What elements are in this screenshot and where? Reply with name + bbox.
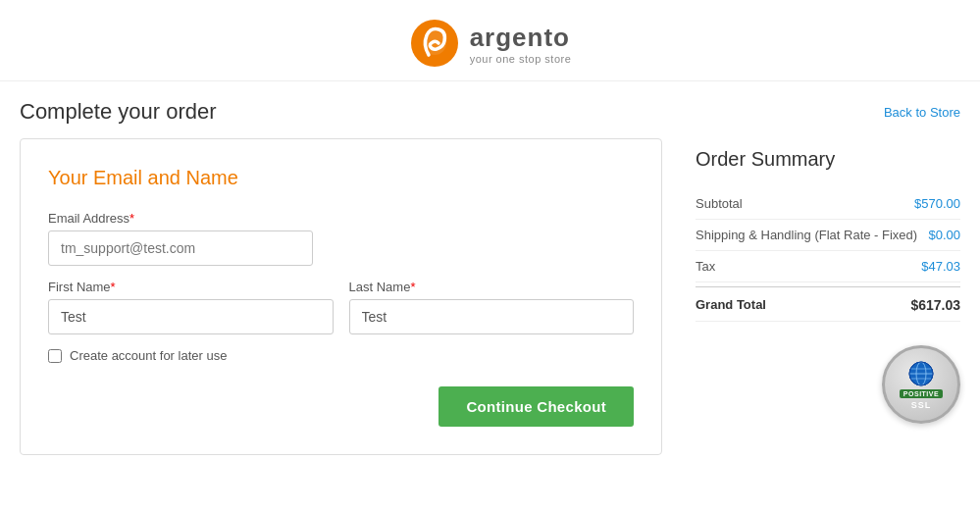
first-name-input[interactable] [48,299,334,334]
ssl-badge: POSITIVE SSL [882,345,960,424]
email-group: Email Address* [48,211,313,266]
summary-tax-row: Tax $47.03 [696,251,960,282]
order-summary-title: Order Summary [696,148,960,171]
shipping-label: Shipping & Handling (Flat Rate - Fixed) [696,228,928,242]
ssl-positive-text: POSITIVE [900,389,943,398]
email-required-star: * [129,211,134,226]
logo-icon [409,18,460,69]
logo-text-container: argento your one stop store [470,23,572,65]
tax-value: $47.03 [921,259,960,274]
shipping-value: $0.00 [928,228,960,242]
first-name-group: First Name* [48,280,334,334]
subtotal-value: $570.00 [914,196,960,211]
subtotal-label: Subtotal [696,196,914,211]
summary-grand-total-row: Grand Total $617.03 [696,286,960,322]
logo-tagline: your one stop store [470,53,572,65]
logo-name: argento [470,23,572,53]
first-name-label: First Name* [48,280,334,294]
checkout-form-panel: Your Email and Name Email Address* First… [20,138,662,455]
main-content: Your Email and Name Email Address* First… [20,138,960,455]
svg-point-1 [423,31,446,55]
name-row: First Name* Last Name* [48,280,634,334]
button-row: Continue Checkout [48,386,634,427]
create-account-label[interactable]: Create account for later use [70,348,227,363]
last-name-input[interactable] [349,299,635,334]
tax-label: Tax [696,259,921,274]
continue-checkout-button[interactable]: Continue Checkout [438,386,634,427]
grand-total-value: $617.03 [910,297,960,313]
order-summary-panel: Order Summary Subtotal $570.00 Shipping … [686,138,960,424]
summary-shipping-row: Shipping & Handling (Flat Rate - Fixed) … [696,220,960,251]
last-name-required-star: * [410,280,415,294]
last-name-group: Last Name* [349,280,635,334]
page-title-row: Complete your order Back to Store [20,81,960,138]
ssl-ssl-text: SSL [911,400,932,410]
last-name-label: Last Name* [349,280,635,294]
form-section-title: Your Email and Name [48,167,634,189]
first-name-required-star: * [111,280,116,294]
grand-total-label: Grand Total [696,297,910,312]
ssl-inner: POSITIVE SSL [900,360,943,410]
back-to-store-link[interactable]: Back to Store [884,105,960,120]
ssl-badge-container: POSITIVE SSL [696,345,960,424]
page-title: Complete your order [20,99,217,125]
email-label: Email Address* [48,211,313,226]
create-account-checkbox[interactable] [48,349,62,363]
create-account-row: Create account for later use [48,348,634,363]
page-header: argento your one stop store [0,0,980,81]
ssl-globe-icon [907,360,935,387]
logo: argento your one stop store [409,18,572,69]
summary-subtotal-row: Subtotal $570.00 [696,188,960,220]
email-input[interactable] [48,230,313,266]
